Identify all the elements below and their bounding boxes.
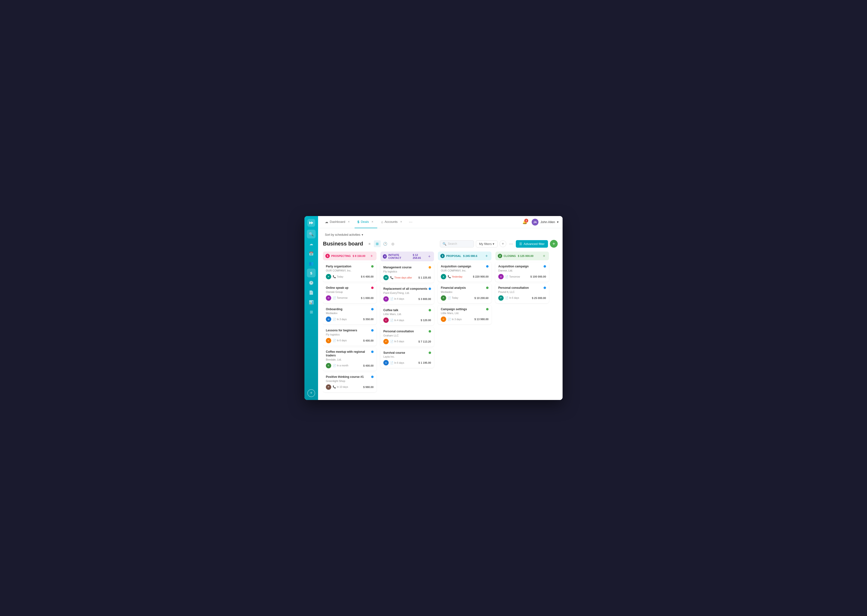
col-count-closing: 2 — [498, 254, 502, 258]
deal-card[interactable]: Management courseFly logisticsM📞Three da… — [380, 263, 434, 283]
card-company: Layla Inc. — [383, 355, 431, 358]
tab-deals-close[interactable]: ✕ — [370, 220, 374, 224]
tab-dashboard[interactable]: ☁ Dashboard ✕ — [322, 216, 354, 228]
tab-accounts[interactable]: ⌂ Accounts ✕ — [378, 216, 406, 228]
search-icon: 🔍 — [443, 242, 446, 246]
card-avatar: P — [326, 274, 331, 279]
page-header: Business board ≡ ⊞ 🕐 ◎ 🔍 Search My filte… — [323, 240, 558, 248]
card-avatar: L — [326, 338, 331, 343]
more-tabs-button[interactable]: ··· — [407, 218, 415, 226]
deal-card[interactable]: Positive thinking course #1Greenlight Sh… — [323, 373, 377, 392]
tab-deals-label: Deals — [361, 220, 369, 223]
card-status-dot — [544, 287, 546, 289]
card-avatar: O — [326, 316, 331, 322]
clock-view-button[interactable]: 🕐 — [381, 240, 388, 247]
add-filter-button[interactable]: + — [500, 240, 506, 247]
map-view-button[interactable]: ◎ — [389, 240, 396, 247]
deal-card[interactable]: Campaign settingsLittle Mars, Ltd.C📄In 3… — [438, 305, 492, 325]
sidebar-item-contacts[interactable]: 👥 — [307, 259, 315, 268]
col-label-proposal: PROPOSAL — [446, 255, 461, 258]
activity-label: In a month — [337, 364, 348, 367]
col-add-button-closing[interactable]: + — [542, 253, 547, 258]
card-company: Fly logistics — [326, 333, 374, 336]
col-add-button-prospecting[interactable]: + — [369, 253, 374, 258]
sidebar-add-button[interactable]: + — [307, 389, 315, 397]
activity-label: In 3 days — [452, 318, 462, 321]
main-content: ☁ Dashboard ✕ $ Deals ✕ ⌂ Accounts ✕ ···… — [318, 216, 563, 400]
card-company: Greenlight Shop — [326, 380, 374, 382]
card-company: Graham LLC — [383, 334, 431, 337]
deal-card[interactable]: Personal consultationPound It, LLCP📄In 6… — [495, 284, 549, 303]
activity-icon: 📄 — [390, 319, 394, 322]
activity-label: In 4 days — [394, 297, 404, 300]
deal-card[interactable]: Survival courseLayla Inc.S📄In 6 days$ 1 … — [380, 349, 434, 368]
sidebar-item-chart[interactable]: 📊 — [307, 298, 315, 306]
card-status-dot — [371, 350, 374, 353]
sort-button[interactable]: Sort by scheduled activities ▾ — [323, 232, 365, 237]
deal-card[interactable]: Party organizationOUR COMPANY, Inc.P📞Tod… — [323, 262, 377, 282]
activity-icon: 📄 — [333, 364, 336, 367]
notifications-button[interactable]: 🔔 2 — [521, 218, 529, 226]
card-avatar: P — [383, 339, 389, 344]
col-amount-prospecting: $ 8 150.00 — [353, 255, 365, 258]
sidebar-item-cloud[interactable]: ☁ — [307, 239, 315, 248]
card-title: Financial analysis — [441, 286, 466, 290]
sidebar-item-calendar[interactable]: 📅 — [307, 249, 315, 258]
col-count-initiate: 4 — [383, 254, 387, 259]
activity-label: Yesterday — [452, 275, 462, 278]
user-menu-button[interactable]: JA John Allen ▾ — [532, 219, 559, 226]
deal-card[interactable]: Online speak upOsinski GroupO📄Tomorrow$ … — [323, 284, 377, 303]
column-header-initiate: 4INITIATE CONTACT$ 12 258.65+ — [380, 251, 434, 261]
deal-card[interactable]: OnboardingMediadexO📄In 3 days$ 350.00 — [323, 305, 377, 325]
col-count-prospecting: 5 — [325, 254, 330, 258]
deal-card[interactable]: Acquisition campaignDannor, Ltd.A📄Tomorr… — [495, 262, 549, 282]
deal-card[interactable]: Financial analysisMediadexF📄Today$ 10 20… — [438, 284, 492, 303]
sort-bar: Sort by scheduled activities ▾ — [323, 232, 558, 237]
activity-icon: 📄 — [390, 361, 394, 365]
deal-card[interactable]: Personal consultationGraham LLCP📄In 5 da… — [380, 327, 434, 347]
deal-card[interactable]: Acquisition campaignOUR COMPANY, Inc.A📞Y… — [438, 262, 492, 282]
add-deal-button[interactable]: + — [550, 240, 558, 248]
card-avatar: A — [498, 274, 504, 279]
deal-card[interactable]: Lessons for beginnersFly logisticsL📄In 6… — [323, 326, 377, 346]
col-add-button-initiate[interactable]: + — [427, 254, 432, 259]
column-closing: 2CLOSING$ 125 000.00+Acquisition campaig… — [495, 251, 549, 392]
sidebar-item-clock[interactable]: 🕐 — [307, 278, 315, 287]
activity-label: Today — [337, 275, 344, 278]
activity-label: In 3 days — [337, 318, 347, 321]
card-status-dot — [371, 376, 374, 378]
deal-card[interactable]: Coffee meetup with regional tradersBeeda… — [323, 348, 377, 371]
activity-label: In 6 days — [509, 297, 519, 299]
card-company: Fly logistics — [383, 270, 431, 273]
card-status-dot — [429, 288, 431, 290]
activity-icon: 📄 — [505, 275, 509, 278]
card-amount: $ 980.00 — [363, 386, 374, 388]
my-filters-button[interactable]: My filters ▾ — [476, 240, 498, 247]
deal-card[interactable]: Coffee talkLittle Mars, Ltd.C📄In 4 days$… — [380, 306, 434, 325]
sidebar-item-search[interactable]: 🔍 — [307, 229, 315, 239]
user-avatar: JA — [532, 219, 539, 226]
card-avatar: C — [441, 316, 446, 322]
more-options-button[interactable]: ··· — [508, 241, 514, 247]
tab-dashboard-close[interactable]: ✕ — [347, 220, 351, 224]
deal-card[interactable]: Replacement of all componentsPaint Every… — [380, 284, 434, 304]
sidebar-item-document[interactable]: 📄 — [307, 288, 315, 297]
card-company: Dannor, Ltd. — [498, 269, 546, 272]
list-view-button[interactable]: ≡ — [366, 240, 373, 247]
col-add-button-proposal[interactable]: + — [484, 253, 489, 258]
card-amount: $ 400.00 — [363, 339, 374, 342]
tab-deals[interactable]: $ Deals ✕ — [355, 216, 377, 228]
dashboard-icon: ☁ — [325, 220, 328, 224]
advanced-filter-button[interactable]: ☰ Advanced filter — [516, 240, 548, 248]
card-company: Mediadex — [326, 312, 374, 314]
sidebar-item-table[interactable]: ⊞ — [307, 308, 315, 316]
tab-accounts-close[interactable]: ✕ — [399, 220, 403, 224]
card-company: Little Mars, Ltd. — [383, 313, 431, 316]
col-count-proposal: 3 — [440, 254, 445, 258]
card-avatar: C — [383, 317, 389, 323]
search-placeholder: Search — [448, 242, 457, 245]
sidebar-item-deals[interactable]: $ — [307, 269, 315, 277]
search-box[interactable]: 🔍 Search — [440, 240, 474, 247]
activity-icon: 📄 — [448, 318, 451, 321]
kanban-view-button[interactable]: ⊞ — [374, 240, 381, 247]
